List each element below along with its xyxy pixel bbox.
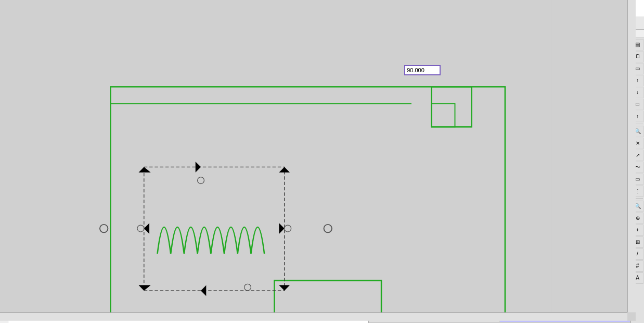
angle-input[interactable] xyxy=(404,65,441,75)
main-area: Transform (Shift+Ctrl+M) − ✕ Move Scale … xyxy=(0,38,644,323)
canvas-body xyxy=(8,38,368,323)
scrollbar-horizontal[interactable] xyxy=(8,312,368,321)
canvas-with-ruler xyxy=(8,38,368,323)
canvas-inner[interactable] xyxy=(8,38,368,321)
svg-rect-1 xyxy=(87,38,368,318)
canvas-wrapper xyxy=(0,38,368,323)
drawing-svg xyxy=(8,38,368,321)
angle-input-wrapper xyxy=(404,65,441,75)
